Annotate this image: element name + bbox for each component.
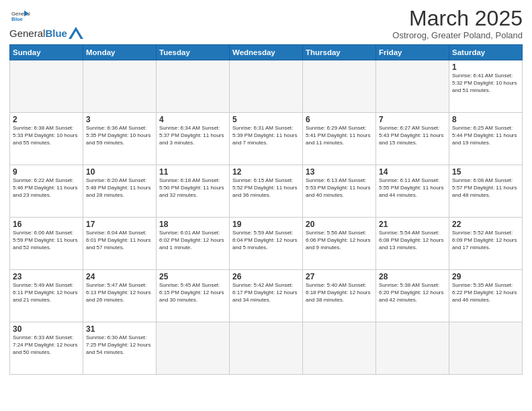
- weekday-wednesday: Wednesday: [230, 45, 303, 60]
- title-area: March 2025 Ostrorog, Greater Poland, Pol…: [392, 7, 523, 40]
- calendar-day-cell: 24Sunrise: 5:47 AM Sunset: 6:13 PM Dayli…: [83, 270, 157, 322]
- calendar-day-cell: [230, 60, 303, 113]
- calendar-day-cell: 8Sunrise: 6:25 AM Sunset: 5:44 PM Daylig…: [449, 113, 523, 165]
- day-number: 15: [452, 167, 519, 177]
- day-info: Sunrise: 5:47 AM Sunset: 6:13 PM Dayligh…: [86, 282, 153, 304]
- calendar-day-cell: 5Sunrise: 6:31 AM Sunset: 5:39 PM Daylig…: [230, 113, 303, 165]
- day-info: Sunrise: 5:45 AM Sunset: 6:15 PM Dayligh…: [159, 282, 226, 304]
- day-info: Sunrise: 6:30 AM Sunset: 7:25 PM Dayligh…: [86, 334, 153, 356]
- logo-area: General Blue GeneralBlue: [9, 7, 83, 39]
- calendar-day-cell: 23Sunrise: 5:49 AM Sunset: 6:11 PM Dayli…: [10, 270, 83, 322]
- calendar-day-cell: 22Sunrise: 5:52 AM Sunset: 6:09 PM Dayli…: [449, 218, 523, 270]
- day-info: Sunrise: 6:38 AM Sunset: 5:33 PM Dayligh…: [13, 125, 80, 146]
- day-info: Sunrise: 6:27 AM Sunset: 5:43 PM Dayligh…: [379, 125, 446, 146]
- day-number: 31: [86, 324, 153, 334]
- weekday-saturday: Saturday: [449, 45, 523, 60]
- calendar-day-cell: 19Sunrise: 5:59 AM Sunset: 6:04 PM Dayli…: [230, 218, 303, 270]
- day-info: Sunrise: 5:59 AM Sunset: 6:04 PM Dayligh…: [232, 230, 300, 251]
- day-info: Sunrise: 5:40 AM Sunset: 6:18 PM Dayligh…: [306, 282, 373, 304]
- weekday-friday: Friday: [376, 45, 449, 60]
- calendar-day-cell: 16Sunrise: 6:06 AM Sunset: 5:59 PM Dayli…: [10, 218, 83, 270]
- calendar-day-cell: 31Sunrise: 6:30 AM Sunset: 7:25 PM Dayli…: [83, 322, 157, 375]
- calendar-header: SundayMondayTuesdayWednesdayThursdayFrid…: [10, 45, 523, 60]
- day-info: Sunrise: 5:42 AM Sunset: 6:17 PM Dayligh…: [232, 282, 300, 304]
- calendar-day-cell: 9Sunrise: 6:22 AM Sunset: 5:46 PM Daylig…: [10, 165, 83, 218]
- day-info: Sunrise: 6:18 AM Sunset: 5:50 PM Dayligh…: [159, 177, 226, 199]
- calendar-day-cell: [230, 322, 303, 375]
- calendar-day-cell: 29Sunrise: 5:35 AM Sunset: 6:22 PM Dayli…: [449, 270, 523, 322]
- calendar-page: General Blue GeneralBlue March 2025 Ostr…: [0, 0, 532, 411]
- day-info: Sunrise: 5:54 AM Sunset: 6:08 PM Dayligh…: [379, 230, 446, 251]
- day-info: Sunrise: 6:29 AM Sunset: 5:41 PM Dayligh…: [306, 125, 373, 146]
- day-info: Sunrise: 6:20 AM Sunset: 5:48 PM Dayligh…: [86, 177, 153, 199]
- weekday-monday: Monday: [83, 45, 157, 60]
- day-number: 28: [379, 272, 446, 281]
- day-info: Sunrise: 6:22 AM Sunset: 5:46 PM Dayligh…: [13, 177, 80, 199]
- calendar-day-cell: [10, 60, 83, 113]
- logo-blue: Blue: [45, 28, 67, 39]
- day-number: 2: [13, 115, 80, 124]
- day-info: Sunrise: 6:25 AM Sunset: 5:44 PM Dayligh…: [452, 125, 519, 146]
- day-number: 21: [379, 220, 446, 229]
- day-number: 8: [452, 115, 519, 124]
- logo: General Blue GeneralBlue: [9, 9, 83, 39]
- calendar-day-cell: 7Sunrise: 6:27 AM Sunset: 5:43 PM Daylig…: [376, 113, 449, 165]
- logo-general: General: [9, 28, 45, 39]
- calendar-week-row: 30Sunrise: 6:33 AM Sunset: 7:24 PM Dayli…: [10, 322, 523, 375]
- day-number: 11: [159, 167, 226, 177]
- day-info: Sunrise: 5:49 AM Sunset: 6:11 PM Dayligh…: [13, 282, 80, 304]
- day-number: 14: [379, 167, 446, 177]
- day-number: 9: [13, 167, 80, 177]
- calendar-day-cell: [157, 60, 230, 113]
- day-number: 27: [306, 272, 373, 281]
- calendar-day-cell: [83, 60, 157, 113]
- calendar-day-cell: 20Sunrise: 5:56 AM Sunset: 6:06 PM Dayli…: [303, 218, 376, 270]
- month-title: March 2025: [392, 7, 523, 30]
- weekday-sunday: Sunday: [10, 45, 83, 60]
- day-number: 17: [86, 220, 153, 229]
- weekday-thursday: Thursday: [303, 45, 376, 60]
- calendar-day-cell: 1Sunrise: 6:41 AM Sunset: 5:32 PM Daylig…: [449, 60, 523, 113]
- calendar-day-cell: [376, 322, 449, 375]
- calendar-day-cell: 18Sunrise: 6:01 AM Sunset: 6:02 PM Dayli…: [157, 218, 230, 270]
- day-info: Sunrise: 5:56 AM Sunset: 6:06 PM Dayligh…: [306, 230, 373, 251]
- calendar-day-cell: [303, 60, 376, 113]
- day-info: Sunrise: 6:01 AM Sunset: 6:02 PM Dayligh…: [159, 230, 226, 251]
- calendar-day-cell: [449, 322, 523, 375]
- calendar-day-cell: 25Sunrise: 5:45 AM Sunset: 6:15 PM Dayli…: [157, 270, 230, 322]
- header: General Blue GeneralBlue March 2025 Ostr…: [9, 7, 523, 40]
- calendar-week-row: 16Sunrise: 6:06 AM Sunset: 5:59 PM Dayli…: [10, 218, 523, 270]
- calendar-day-cell: 15Sunrise: 6:08 AM Sunset: 5:57 PM Dayli…: [449, 165, 523, 218]
- calendar-day-cell: 26Sunrise: 5:42 AM Sunset: 6:17 PM Dayli…: [230, 270, 303, 322]
- svg-text:Blue: Blue: [11, 16, 24, 22]
- calendar-day-cell: [303, 322, 376, 375]
- day-info: Sunrise: 6:11 AM Sunset: 5:55 PM Dayligh…: [379, 177, 446, 199]
- calendar-day-cell: 28Sunrise: 5:38 AM Sunset: 6:20 PM Dayli…: [376, 270, 449, 322]
- day-info: Sunrise: 6:36 AM Sunset: 5:35 PM Dayligh…: [86, 125, 153, 146]
- day-number: 20: [306, 220, 373, 229]
- day-number: 26: [232, 272, 300, 281]
- calendar-day-cell: [157, 322, 230, 375]
- day-number: 7: [379, 115, 446, 124]
- calendar-day-cell: [376, 60, 449, 113]
- day-info: Sunrise: 6:33 AM Sunset: 7:24 PM Dayligh…: [13, 334, 80, 356]
- calendar-week-row: 9Sunrise: 6:22 AM Sunset: 5:46 PM Daylig…: [10, 165, 523, 218]
- subtitle: Ostrorog, Greater Poland, Poland: [392, 30, 523, 40]
- calendar-day-cell: 6Sunrise: 6:29 AM Sunset: 5:41 PM Daylig…: [303, 113, 376, 165]
- day-number: 22: [452, 220, 519, 229]
- logo-triangle-icon: [69, 27, 83, 39]
- day-number: 19: [232, 220, 300, 229]
- day-info: Sunrise: 6:13 AM Sunset: 5:53 PM Dayligh…: [306, 177, 373, 199]
- day-info: Sunrise: 6:08 AM Sunset: 5:57 PM Dayligh…: [452, 177, 519, 199]
- day-info: Sunrise: 6:06 AM Sunset: 5:59 PM Dayligh…: [13, 230, 80, 251]
- calendar-week-row: 23Sunrise: 5:49 AM Sunset: 6:11 PM Dayli…: [10, 270, 523, 322]
- day-number: 18: [159, 220, 226, 229]
- day-info: Sunrise: 6:34 AM Sunset: 5:37 PM Dayligh…: [159, 125, 226, 146]
- day-number: 29: [452, 272, 519, 281]
- day-info: Sunrise: 6:04 AM Sunset: 6:01 PM Dayligh…: [86, 230, 153, 251]
- calendar-day-cell: 3Sunrise: 6:36 AM Sunset: 5:35 PM Daylig…: [83, 113, 157, 165]
- day-number: 4: [159, 115, 226, 124]
- calendar-week-row: 1Sunrise: 6:41 AM Sunset: 5:32 PM Daylig…: [10, 60, 523, 113]
- calendar-day-cell: 2Sunrise: 6:38 AM Sunset: 5:33 PM Daylig…: [10, 113, 83, 165]
- calendar-table: SundayMondayTuesdayWednesdayThursdayFrid…: [9, 44, 523, 375]
